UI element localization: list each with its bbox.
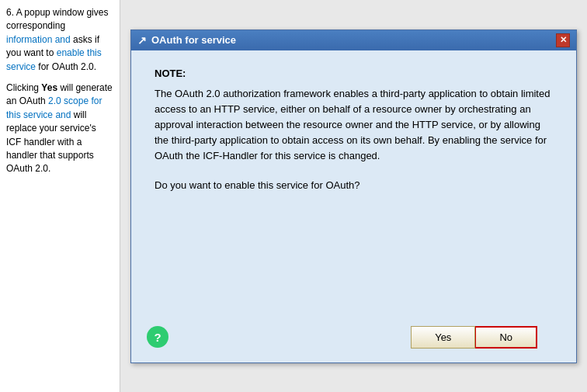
yes-button[interactable]: Yes [411, 326, 475, 349]
dialog-close-button[interactable]: ✕ [556, 33, 570, 47]
sidebar: 6. A popup window gives corresponding in… [0, 0, 120, 392]
no-button[interactable]: No [475, 326, 537, 349]
sidebar-paragraph-1: 6. A popup window gives corresponding in… [6, 6, 113, 74]
main-area: ↗ OAuth for service ✕ NOTE: The OAuth 2.… [120, 0, 587, 392]
dialog-title: OAuth for service [151, 34, 236, 46]
dialog-footer: ? Yes No [131, 317, 576, 363]
question-mark: ? [154, 331, 161, 344]
sidebar-text-clicking: Clicking [6, 82, 41, 93]
help-icon[interactable]: ? [147, 326, 168, 348]
dialog-buttons: Yes No [411, 326, 537, 349]
step-number: 6. A popup window gives corresponding [6, 7, 108, 31]
dialog-body: NOTE: The OAuth 2.0 authorization framew… [131, 50, 576, 317]
note-label: NOTE: [155, 66, 553, 82]
sidebar-bold-yes: Yes [41, 82, 57, 93]
dialog-titlebar: ↗ OAuth for service ✕ [131, 30, 576, 50]
sidebar-text-oauth: for OAuth 2.0. [36, 61, 96, 72]
dialog-oauth: ↗ OAuth for service ✕ NOTE: The OAuth 2.… [130, 29, 577, 363]
dialog-title-icon: ↗ [137, 34, 147, 47]
note-text: The OAuth 2.0 authorization framework en… [155, 86, 553, 165]
close-icon: ✕ [560, 35, 567, 45]
sidebar-link-info[interactable]: information and [6, 34, 71, 45]
titlebar-left: ↗ OAuth for service [137, 34, 236, 47]
sidebar-paragraph-2: Clicking Yes will generate an OAuth 2.0 … [6, 82, 113, 176]
dialog-question: Do you want to enable this service for O… [155, 178, 553, 193]
sidebar-link-service[interactable]: service and [23, 109, 71, 120]
